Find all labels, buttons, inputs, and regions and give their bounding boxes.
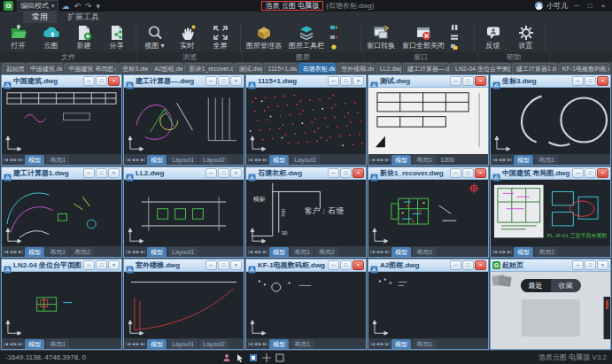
layout-tab[interactable]: 模型 — [25, 247, 44, 257]
child-window-maximize-button[interactable]: □ — [340, 260, 352, 270]
layout-tab[interactable]: 模型 — [25, 155, 44, 165]
doc-tab[interactable]: 建工计算器—.dwg — [403, 63, 450, 74]
doc-tab[interactable]: 石塘衣柜.dwg — [298, 63, 336, 74]
cascade-windows-icon[interactable] — [450, 43, 459, 50]
layout-tab[interactable]: 模型 — [147, 155, 167, 165]
child-window-close-button[interactable]: × — [230, 168, 242, 178]
child-window-minimize-button[interactable]: ─ — [572, 76, 584, 86]
tab-nav-arrows[interactable]: |◀ ◀ ▶ ▶| — [248, 157, 267, 162]
settings-button[interactable]: 设置 — [509, 23, 542, 50]
child-window-minimize-button[interactable]: ─ — [205, 76, 217, 86]
ribbon-tab-ext-tools[interactable]: 扩展工具 — [58, 12, 108, 23]
drawing-canvas[interactable] — [2, 272, 121, 338]
drawing-canvas[interactable] — [368, 180, 488, 246]
window-titlebar[interactable]: LN2-04 坐位台平面图.dwg ─□× — [2, 259, 121, 272]
tab-nav-arrows[interactable]: |◀ ◀ ▶ ▶| — [4, 249, 23, 254]
drawing-canvas[interactable]: 最近收藏 — [491, 272, 610, 349]
child-window-maximize-button[interactable]: □ — [96, 168, 107, 178]
drawing-canvas[interactable] — [246, 272, 366, 338]
fullscreen-button[interactable]: 全屏 — [204, 23, 236, 50]
doc-tab[interactable]: 新块1_recover.dwg — [184, 63, 233, 74]
child-window-close-button[interactable]: × — [230, 260, 242, 270]
child-window-minimize-button[interactable]: ─ — [450, 168, 461, 178]
child-window-maximize-button[interactable]: □ — [340, 168, 352, 178]
close-button[interactable]: × — [598, 2, 608, 10]
crosshair-toggle-icon[interactable] — [262, 353, 271, 362]
open-button[interactable]: 打开 — [2, 23, 35, 50]
child-window-maximize-button[interactable]: □ — [585, 260, 596, 270]
tab-nav-arrows[interactable]: |◀ ◀ ▶ ▶| — [248, 249, 267, 254]
layout-tab[interactable]: 布局1 — [291, 339, 314, 349]
child-window-close-button[interactable]: × — [597, 76, 608, 86]
layout-tab[interactable]: 布局1 — [291, 247, 314, 257]
favorites-tab[interactable]: 收藏 — [551, 279, 581, 292]
window-titlebar[interactable]: 石塘衣柜.dwg ─□× — [246, 167, 366, 180]
layer-on-icon[interactable] — [329, 24, 338, 31]
layout-tab[interactable]: 布局1 — [413, 339, 436, 349]
child-window-close-button[interactable]: × — [352, 260, 364, 270]
window-titlebar[interactable]: 室外楼梯.dwg ─□× — [124, 259, 244, 272]
tab-nav-arrows[interactable]: |◀ ◀ ▶ ▶| — [370, 341, 390, 346]
layout-tab[interactable]: 布局2 — [315, 247, 338, 257]
tab-nav-arrows[interactable]: |◀ ◀ ▶ ▶| — [126, 249, 145, 254]
grid-toggle-icon[interactable] — [275, 353, 284, 362]
drawing-canvas[interactable] — [2, 88, 121, 154]
child-window-minimize-button[interactable]: ─ — [205, 260, 217, 270]
layout-tab[interactable]: Layout1 — [168, 247, 198, 257]
redo-icon[interactable]: ↷ — [85, 2, 92, 11]
window-titlebar[interactable]: LL2.dwg ─□× — [124, 167, 244, 180]
window-titlebar[interactable]: G 起始页 ─□× — [491, 259, 610, 272]
drawing-canvas[interactable]: 横架700客户：石塘30 — [246, 180, 366, 246]
cursor-select-icon[interactable] — [236, 353, 244, 362]
layout-tab[interactable]: 布局2 — [71, 247, 94, 257]
ribbon-tab-common[interactable]: 常用 — [23, 12, 57, 23]
layout-tab[interactable]: 布局1 — [413, 247, 436, 257]
layout-tab[interactable]: 布局1 — [535, 247, 558, 257]
layout-tab[interactable]: Layout1 — [168, 155, 198, 165]
child-window-minimize-button[interactable]: ─ — [450, 260, 461, 270]
share-button[interactable]: 分享 — [100, 23, 133, 50]
child-window-minimize-button[interactable]: ─ — [83, 260, 95, 270]
feedback-button[interactable]: 反馈 — [476, 23, 509, 50]
layout-tab[interactable]: Layout1 — [291, 155, 320, 165]
window-titlebar[interactable]: 建工计算器1.dwg ─□× — [2, 167, 121, 180]
window-titlebar[interactable]: KF-1电视数码柜.dwg ─□× — [246, 259, 366, 272]
tab-nav-arrows[interactable]: |◀ ◀ ▶ ▶| — [4, 341, 23, 346]
tab-nav-arrows[interactable]: |◀ ◀ ▶ ▶| — [492, 157, 512, 162]
child-window-maximize-button[interactable]: □ — [96, 260, 107, 270]
child-window-close-button[interactable]: × — [352, 168, 364, 178]
drawing-canvas[interactable] — [368, 272, 488, 338]
drawing-canvas[interactable] — [491, 88, 610, 154]
layout-tab[interactable]: 模型 — [269, 247, 289, 257]
child-window-close-button[interactable]: × — [352, 76, 364, 86]
user-avatar[interactable] — [535, 2, 543, 10]
doc-tab[interactable]: 建工计算器1.dwg — [512, 63, 557, 74]
child-window-maximize-button[interactable]: □ — [462, 76, 474, 86]
tile-vertical-icon[interactable] — [450, 24, 459, 31]
child-window-close-button[interactable]: × — [475, 168, 486, 178]
child-window-close-button[interactable]: × — [597, 168, 608, 178]
child-window-maximize-button[interactable]: □ — [585, 76, 596, 86]
layer-off-icon[interactable] — [329, 34, 338, 41]
tab-nav-arrows[interactable]: |◀ ◀ ▶ ▶| — [492, 249, 512, 254]
view-button[interactable]: 视图 ▾ — [138, 23, 171, 50]
layout-tab[interactable]: Layout1 — [168, 339, 198, 349]
new-button[interactable]: 新建 — [67, 23, 100, 50]
recent-tab[interactable]: 最近 — [521, 279, 551, 292]
next-thumbnail-edge[interactable] — [603, 297, 610, 339]
child-window-close-button[interactable]: × — [230, 76, 242, 86]
username[interactable]: 小可儿 — [546, 1, 568, 11]
child-window-maximize-button[interactable]: □ — [218, 168, 229, 178]
child-window-minimize-button[interactable]: ─ — [328, 260, 339, 270]
child-window-minimize-button[interactable]: ─ — [572, 260, 584, 270]
child-window-close-button[interactable]: × — [475, 260, 486, 270]
child-window-close-button[interactable]: × — [475, 76, 486, 86]
child-window-minimize-button[interactable]: ─ — [83, 76, 95, 86]
drawing-canvas[interactable] — [246, 88, 366, 154]
child-window-maximize-button[interactable]: □ — [462, 260, 474, 270]
layout-tab[interactable]: 模型 — [269, 155, 289, 165]
layout-tab[interactable]: 模型 — [391, 247, 411, 257]
tab-nav-arrows[interactable]: |◀ ◀ ▶ ▶| — [126, 341, 145, 346]
quick-access-caret-icon[interactable]: ▾ — [97, 2, 101, 11]
layout-tab[interactable]: 模型 — [391, 155, 411, 165]
